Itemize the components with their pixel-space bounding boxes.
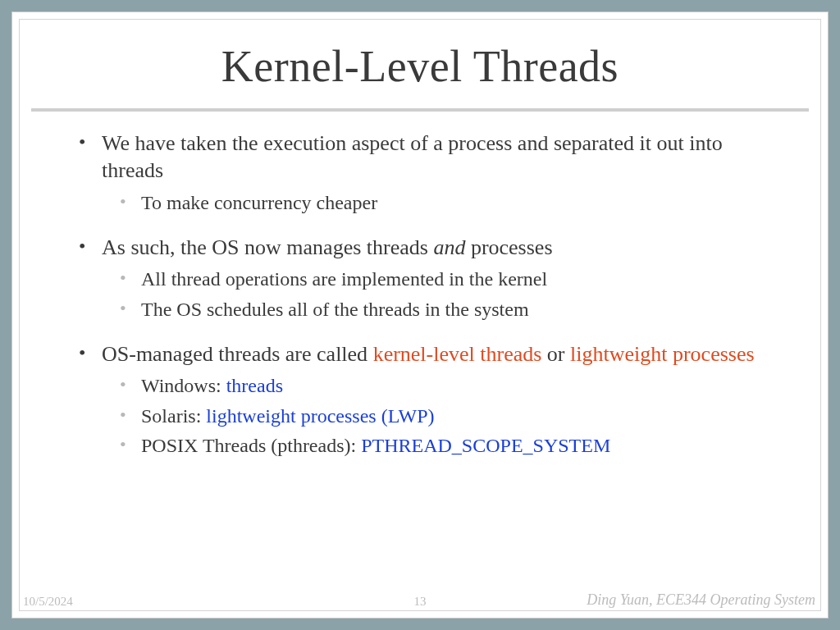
text-highlight-red: kernel-level threads: [373, 342, 542, 366]
bullet-level-2: Solaris: lightweight processes (LWP): [52, 403, 788, 429]
footer-author: Ding Yuan, ECE344 Operating System: [587, 591, 815, 609]
text-italic: and: [433, 235, 465, 259]
footer-page-number: 13: [414, 595, 427, 609]
bullet-level-2: To make concurrency cheaper: [52, 189, 788, 216]
footer-date: 10/5/2024: [23, 595, 73, 609]
slide-title: Kernel-Level Threads: [20, 20, 820, 108]
slide-body: We have taken the execution aspect of a …: [20, 112, 820, 459]
text: or: [541, 342, 570, 366]
bullet-group: As such, the OS now manages threads and …: [52, 234, 788, 322]
bullet-level-2: All thread operations are implemented in…: [52, 266, 788, 292]
text-highlight-blue: PTHREAD_SCOPE_SYSTEM: [361, 435, 610, 456]
slide-footer: 10/5/2024 13 Ding Yuan, ECE344 Operating…: [20, 592, 820, 609]
slide-outer-frame: Kernel-Level Threads We have taken the e…: [11, 11, 829, 619]
text: POSIX Threads (pthreads):: [141, 435, 361, 456]
bullet-group: OS-managed threads are called kernel-lev…: [52, 340, 788, 459]
text-highlight-blue: threads: [226, 375, 283, 396]
bullet-level-2: The OS schedules all of the threads in t…: [52, 296, 788, 322]
bullet-level-1: We have taken the execution aspect of a …: [52, 130, 788, 185]
bullet-level-2: Windows: threads: [52, 372, 788, 399]
text: processes: [465, 235, 552, 259]
slide-inner-frame: Kernel-Level Threads We have taken the e…: [19, 19, 821, 611]
text-highlight-red: lightweight processes: [570, 342, 755, 366]
bullet-level-1: OS-managed threads are called kernel-lev…: [52, 340, 788, 368]
text: Windows:: [141, 375, 226, 396]
text: Solaris:: [141, 405, 206, 427]
text: OS-managed threads are called: [102, 342, 373, 366]
bullet-group: We have taken the execution aspect of a …: [52, 130, 788, 216]
text-highlight-blue: lightweight processes (LWP): [206, 405, 434, 427]
bullet-level-2: POSIX Threads (pthreads): PTHREAD_SCOPE_…: [52, 432, 788, 459]
bullet-level-1: As such, the OS now manages threads and …: [52, 234, 788, 261]
text: As such, the OS now manages threads: [102, 235, 433, 259]
